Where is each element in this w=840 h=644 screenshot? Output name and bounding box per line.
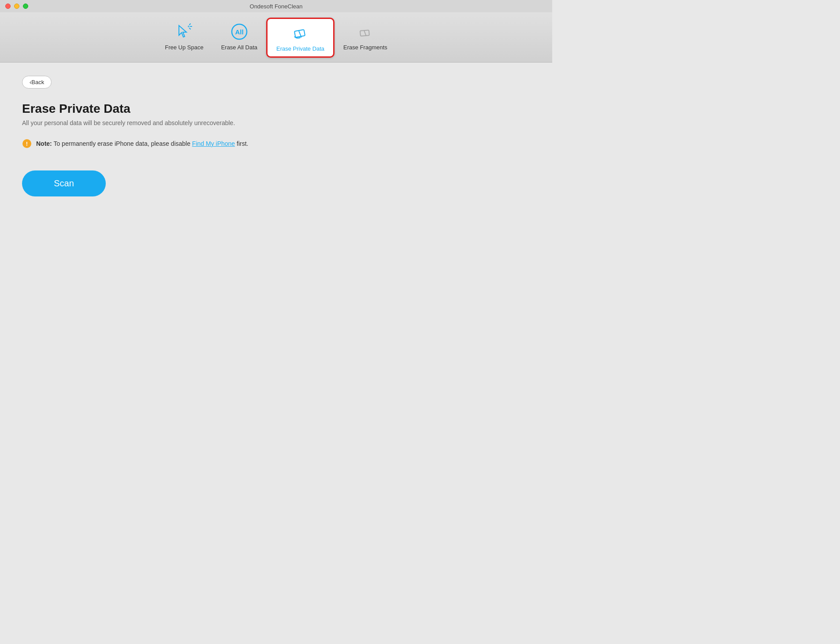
eraser-small-icon — [356, 22, 375, 41]
erase-all-icon: All — [230, 22, 249, 41]
note-suffix: first. — [237, 140, 248, 147]
minimize-button[interactable] — [14, 4, 19, 9]
section-title: Erase Private Data — [22, 102, 530, 116]
toolbar-item-erase-fragments[interactable]: Erase Fragments — [335, 18, 396, 58]
svg-text:!: ! — [26, 141, 28, 147]
svg-text:All: All — [235, 28, 243, 36]
maximize-button[interactable] — [23, 4, 28, 9]
back-button-label: ‹Back — [30, 79, 44, 85]
scan-button[interactable]: Scan — [22, 170, 106, 196]
note-text: Note: To permanently erase iPhone data, … — [36, 140, 248, 147]
svg-line-3 — [190, 28, 190, 29]
back-button[interactable]: ‹Back — [22, 76, 52, 89]
toolbar-item-erase-private-data[interactable]: Erase Private Data — [266, 18, 335, 58]
free-up-space-label: Free Up Space — [165, 44, 203, 51]
note-prefix: Note: — [36, 140, 52, 147]
note-row: ! Note: To permanently erase iPhone data… — [22, 139, 530, 148]
eraser-icon — [291, 23, 310, 43]
scan-button-label: Scan — [54, 178, 74, 188]
svg-line-1 — [190, 24, 190, 25]
toolbar: Free Up Space All Erase All Data Erase P… — [0, 12, 552, 63]
cursor-icon — [175, 22, 194, 41]
erase-private-data-label: Erase Private Data — [276, 45, 324, 52]
warning-icon: ! — [22, 139, 32, 148]
note-middle: To permanently erase iPhone data, please… — [53, 140, 192, 147]
traffic-lights — [5, 4, 28, 9]
title-bar: Ondesoft FoneClean — [0, 0, 552, 12]
erase-fragments-label: Erase Fragments — [343, 44, 387, 51]
svg-point-0 — [188, 26, 190, 27]
erase-all-data-label: Erase All Data — [221, 44, 257, 51]
toolbar-item-erase-all-data[interactable]: All Erase All Data — [212, 18, 266, 58]
main-content: ‹Back Erase Private Data All your person… — [0, 63, 552, 210]
section-subtitle: All your personal data will be securely … — [22, 119, 530, 126]
find-my-iphone-link[interactable]: Find My iPhone — [192, 140, 235, 147]
close-button[interactable] — [5, 4, 11, 9]
toolbar-item-free-up-space[interactable]: Free Up Space — [156, 18, 212, 58]
window-title: Ondesoft FoneClean — [250, 3, 303, 10]
